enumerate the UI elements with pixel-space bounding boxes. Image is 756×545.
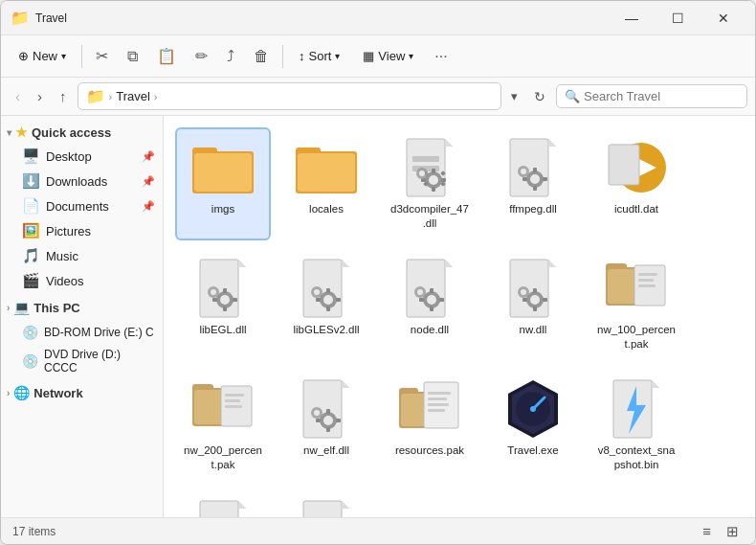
svg-rect-102 xyxy=(316,419,321,422)
copy-button[interactable]: ⧉ xyxy=(120,43,145,70)
sidebar-item-pictures-label: Pictures xyxy=(46,224,91,238)
file-item-ffmpeg[interactable]: ffmpeg.dll xyxy=(485,127,581,240)
network-header[interactable]: › 🌐 Network xyxy=(1,380,163,404)
file-item-resources[interactable]: resources.pak xyxy=(382,369,478,482)
svg-rect-54 xyxy=(326,307,330,311)
back-button[interactable]: ‹ xyxy=(9,84,27,108)
file-item-nw[interactable]: nw.dll xyxy=(485,248,581,361)
sidebar-item-desktop[interactable]: 🖥️ Desktop 📌 xyxy=(1,144,163,169)
more-button[interactable]: ··· xyxy=(427,43,455,70)
file-item-travel-exe[interactable]: Travel.exe xyxy=(485,369,581,482)
svg-rect-44 xyxy=(212,298,217,302)
svg-point-22 xyxy=(419,170,425,176)
file-item-v8context[interactable]: v8_context_snapshot.bin xyxy=(589,369,684,482)
folder-icon-locales xyxy=(296,137,357,198)
svg-rect-110 xyxy=(428,392,451,395)
svg-rect-123 xyxy=(200,501,238,517)
svg-rect-31 xyxy=(543,177,547,181)
maximize-button[interactable]: ☐ xyxy=(656,4,700,33)
refresh-button[interactable]: ↻ xyxy=(527,85,552,108)
grid-view-button[interactable]: ⊞ xyxy=(722,521,744,542)
sidebar-item-documents[interactable]: 📄 Documents 📌 xyxy=(1,193,163,218)
svg-rect-93 xyxy=(225,399,240,402)
svg-marker-25 xyxy=(548,139,556,147)
up-button[interactable]: ↑ xyxy=(53,84,74,108)
share-button[interactable]: ⤴ xyxy=(219,43,242,70)
new-button[interactable]: ⊕ New ▾ xyxy=(9,44,76,68)
svg-marker-8 xyxy=(445,139,453,147)
this-pc-header[interactable]: › 💻 This PC xyxy=(1,295,163,319)
folder-icon-imgs xyxy=(192,137,254,198)
sort-chevron-icon: ▾ xyxy=(335,51,340,61)
svg-rect-85 xyxy=(638,273,657,276)
sidebar-item-videos-label: Videos xyxy=(46,274,84,288)
delete-button[interactable]: 🗑 xyxy=(246,43,277,70)
svg-rect-28 xyxy=(533,168,537,172)
file-item-nw100[interactable]: nw_100_percent.pak xyxy=(589,248,684,361)
rename-button[interactable]: ✏ xyxy=(188,42,215,70)
file-name-icudtl: icudtl.dat xyxy=(614,202,658,216)
sidebar-item-bdrom-label: BD-ROM Drive (E:) C xyxy=(44,326,154,339)
search-box[interactable]: 🔍 xyxy=(556,84,747,108)
sort-button[interactable]: ↕ Sort ▾ xyxy=(289,44,349,68)
svg-point-12 xyxy=(429,175,438,185)
file-item-d3dcompiler[interactable]: d3dcompiler_47.dll xyxy=(382,127,478,240)
sidebar-item-pictures[interactable]: 🖼️ Pictures xyxy=(1,218,163,243)
file-item-vkswiftshader[interactable]: vk_swiftshader.dll xyxy=(175,489,271,517)
dll-icon-vkswiftshader xyxy=(192,499,254,517)
videos-icon: 🎬 xyxy=(22,272,40,289)
minimize-button[interactable]: — xyxy=(610,4,654,33)
file-item-libegl[interactable]: libEGL.dll xyxy=(175,248,271,361)
svg-point-33 xyxy=(521,169,526,174)
title-bar-controls: — ☐ ✕ xyxy=(610,4,745,33)
dll-icon-node xyxy=(399,258,460,319)
toolbar: ⊕ New ▾ ✂ ⧉ 📋 ✏ ⤴ 🗑 ↕ Sort ▾ ▦ View ▾ ··… xyxy=(1,35,755,78)
forward-button[interactable]: › xyxy=(31,84,49,108)
file-name-nw: nw.dll xyxy=(520,323,547,337)
pin-icon-downloads: 📌 xyxy=(142,175,155,188)
exe-icon-travel xyxy=(502,378,564,440)
svg-marker-97 xyxy=(342,380,349,388)
address-dropdown-button[interactable]: ▾ xyxy=(505,85,523,107)
sidebar-item-dvd[interactable]: 💿 DVD Drive (D:) CCCC xyxy=(1,344,163,378)
svg-rect-76 xyxy=(533,307,537,311)
file-item-vulkan1[interactable]: vulkan-1.dll xyxy=(278,489,374,517)
svg-rect-5 xyxy=(298,153,355,192)
this-pc-label: This PC xyxy=(33,301,79,315)
file-item-nw200[interactable]: nw_200_percent.pak xyxy=(175,369,271,482)
file-item-libglesv2[interactable]: libGLESv2.dll xyxy=(278,248,374,361)
paste-button[interactable]: 📋 xyxy=(149,42,184,70)
toolbar-separator-2 xyxy=(282,45,283,68)
list-view-button[interactable]: ≡ xyxy=(698,521,716,542)
file-item-nwelf[interactable]: nw_elf.dll xyxy=(278,369,374,482)
new-plus-icon: ⊕ xyxy=(18,49,29,63)
sidebar-item-bdrom[interactable]: 💿 BD-ROM Drive (E:) C xyxy=(1,321,163,344)
sidebar-item-downloads[interactable]: ⬇️ Downloads 📌 xyxy=(1,169,163,193)
svg-point-47 xyxy=(211,289,216,295)
svg-rect-134 xyxy=(303,501,342,517)
file-item-imgs[interactable]: imgs xyxy=(175,127,271,240)
file-item-icudtl[interactable]: icudtl.dat xyxy=(589,127,684,240)
dvd-icon: 💿 xyxy=(22,353,38,369)
this-pc-chevron: › xyxy=(7,303,10,313)
cut-button[interactable]: ✂ xyxy=(88,42,116,70)
quick-access-header[interactable]: ▾ ★ Quick access xyxy=(1,120,163,144)
network-section: › 🌐 Network xyxy=(1,380,163,404)
sidebar-item-music[interactable]: 🎵 Music xyxy=(1,243,163,268)
svg-rect-48 xyxy=(303,260,342,317)
file-item-locales[interactable]: locales xyxy=(278,127,374,240)
close-button[interactable]: ✕ xyxy=(701,4,745,33)
svg-rect-56 xyxy=(336,298,341,302)
address-path[interactable]: 📁 › Travel › xyxy=(78,82,502,110)
svg-marker-61 xyxy=(445,260,453,267)
svg-rect-103 xyxy=(336,419,341,422)
search-input[interactable] xyxy=(584,89,739,103)
status-bar: 17 items ≡ ⊞ xyxy=(1,517,755,544)
sidebar-item-videos[interactable]: 🎬 Videos xyxy=(1,268,163,293)
view-button[interactable]: ▦ View ▾ xyxy=(353,44,423,68)
pictures-icon: 🖼️ xyxy=(22,222,40,239)
file-name-nwelf: nw_elf.dll xyxy=(303,443,349,458)
file-item-node[interactable]: node.dll xyxy=(382,248,478,361)
svg-rect-111 xyxy=(428,397,447,400)
quick-access-label: Quick access xyxy=(32,125,111,140)
